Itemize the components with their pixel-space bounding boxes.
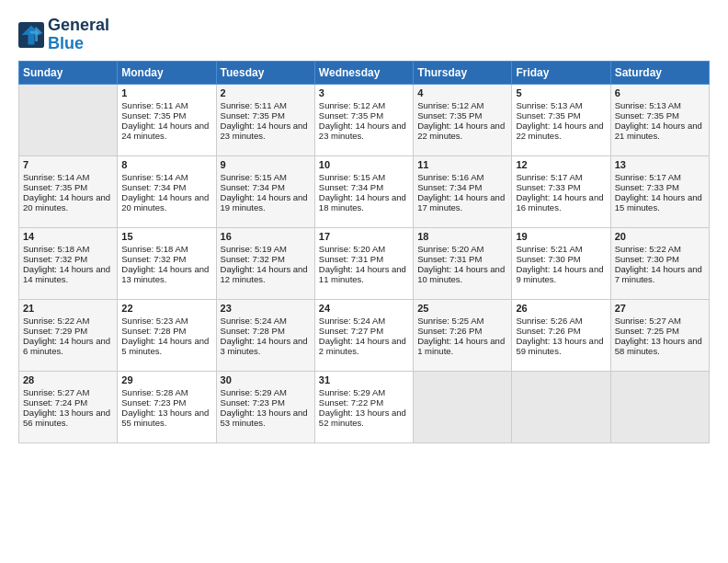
day-info: Daylight: 13 hours and 58 minutes. <box>615 336 705 356</box>
header: General Blue <box>18 17 710 53</box>
day-cell: 7Sunrise: 5:14 AMSunset: 7:35 PMDaylight… <box>19 155 118 227</box>
day-number: 24 <box>319 303 409 314</box>
day-cell: 12Sunrise: 5:17 AMSunset: 7:33 PMDayligh… <box>512 155 610 227</box>
day-cell: 24Sunrise: 5:24 AMSunset: 7:27 PMDayligh… <box>314 299 413 371</box>
day-info: Daylight: 14 hours and 3 minutes. <box>221 336 311 356</box>
day-cell: 11Sunrise: 5:16 AMSunset: 7:34 PMDayligh… <box>414 155 512 227</box>
day-number: 3 <box>319 87 409 98</box>
day-info: Sunset: 7:31 PM <box>417 254 507 264</box>
day-info: Sunrise: 5:24 AM <box>221 316 311 326</box>
day-info: Sunset: 7:35 PM <box>121 110 211 121</box>
logo-icon <box>18 22 44 48</box>
day-info: Daylight: 14 hours and 17 minutes. <box>417 192 507 213</box>
day-cell: 4Sunrise: 5:12 AMSunset: 7:35 PMDaylight… <box>414 84 512 155</box>
week-row-2: 7Sunrise: 5:14 AMSunset: 7:35 PMDaylight… <box>19 155 710 227</box>
day-number: 21 <box>23 303 113 314</box>
day-cell: 21Sunrise: 5:22 AMSunset: 7:29 PMDayligh… <box>19 299 118 371</box>
day-info: Daylight: 14 hours and 22 minutes. <box>516 121 606 141</box>
day-number: 5 <box>516 87 606 98</box>
day-info: Daylight: 14 hours and 22 minutes. <box>417 121 507 141</box>
day-header-thursday: Thursday <box>414 61 512 84</box>
day-info: Sunset: 7:26 PM <box>516 326 606 336</box>
day-cell: 14Sunrise: 5:18 AMSunset: 7:32 PMDayligh… <box>19 227 118 299</box>
week-row-4: 21Sunrise: 5:22 AMSunset: 7:29 PMDayligh… <box>19 299 710 371</box>
day-info: Daylight: 13 hours and 53 minutes. <box>221 408 311 428</box>
day-info: Sunset: 7:32 PM <box>221 254 311 264</box>
day-number: 6 <box>615 87 705 98</box>
day-info: Daylight: 14 hours and 7 minutes. <box>615 264 705 284</box>
day-cell: 19Sunrise: 5:21 AMSunset: 7:30 PMDayligh… <box>512 227 610 299</box>
day-header-sunday: Sunday <box>19 61 118 84</box>
day-info: Sunrise: 5:17 AM <box>615 172 705 182</box>
day-cell: 8Sunrise: 5:14 AMSunset: 7:34 PMDaylight… <box>118 155 216 227</box>
day-number: 26 <box>516 303 606 314</box>
day-info: Sunrise: 5:16 AM <box>417 172 507 182</box>
day-info: Daylight: 14 hours and 20 minutes. <box>121 192 211 213</box>
day-info: Sunrise: 5:21 AM <box>516 244 606 254</box>
day-info: Sunrise: 5:12 AM <box>417 100 507 110</box>
day-header-monday: Monday <box>118 61 216 84</box>
day-cell <box>19 84 118 155</box>
day-info: Sunset: 7:33 PM <box>516 182 606 192</box>
day-info: Sunrise: 5:24 AM <box>319 316 409 326</box>
day-info: Sunset: 7:33 PM <box>615 182 705 192</box>
day-info: Sunrise: 5:14 AM <box>121 172 211 182</box>
day-info: Sunrise: 5:18 AM <box>23 244 113 254</box>
day-info: Daylight: 14 hours and 19 minutes. <box>221 192 311 213</box>
day-info: Sunset: 7:30 PM <box>516 254 606 264</box>
day-cell: 17Sunrise: 5:20 AMSunset: 7:31 PMDayligh… <box>314 227 413 299</box>
day-info: Sunrise: 5:15 AM <box>319 172 409 182</box>
day-info: Sunset: 7:35 PM <box>221 110 311 121</box>
calendar-table: SundayMondayTuesdayWednesdayThursdayFrid… <box>18 61 710 443</box>
day-number: 23 <box>221 303 311 314</box>
day-info: Daylight: 14 hours and 11 minutes. <box>319 264 409 284</box>
day-cell: 6Sunrise: 5:13 AMSunset: 7:35 PMDaylight… <box>610 84 709 155</box>
day-info: Sunrise: 5:29 AM <box>319 387 409 397</box>
day-cell: 5Sunrise: 5:13 AMSunset: 7:35 PMDaylight… <box>512 84 610 155</box>
day-info: Sunrise: 5:13 AM <box>615 100 705 110</box>
day-info: Sunset: 7:31 PM <box>319 254 409 264</box>
day-cell: 15Sunrise: 5:18 AMSunset: 7:32 PMDayligh… <box>118 227 216 299</box>
day-info: Sunset: 7:34 PM <box>121 182 211 192</box>
day-header-tuesday: Tuesday <box>216 61 314 84</box>
day-number: 2 <box>221 87 311 98</box>
day-info: Sunset: 7:34 PM <box>221 182 311 192</box>
day-info: Sunset: 7:23 PM <box>121 397 211 408</box>
day-info: Sunrise: 5:15 AM <box>221 172 311 182</box>
day-cell: 16Sunrise: 5:19 AMSunset: 7:32 PMDayligh… <box>216 227 314 299</box>
day-cell: 18Sunrise: 5:20 AMSunset: 7:31 PMDayligh… <box>414 227 512 299</box>
day-number: 16 <box>221 231 311 242</box>
day-info: Sunrise: 5:22 AM <box>615 244 705 254</box>
day-info: Sunset: 7:35 PM <box>615 110 705 121</box>
day-info: Sunrise: 5:17 AM <box>516 172 606 182</box>
day-info: Daylight: 13 hours and 59 minutes. <box>516 336 606 356</box>
day-info: Sunset: 7:32 PM <box>121 254 211 264</box>
day-info: Sunset: 7:28 PM <box>121 326 211 336</box>
day-info: Sunset: 7:28 PM <box>221 326 311 336</box>
day-number: 19 <box>516 231 606 242</box>
day-cell: 2Sunrise: 5:11 AMSunset: 7:35 PMDaylight… <box>216 84 314 155</box>
day-info: Daylight: 14 hours and 16 minutes. <box>516 192 606 213</box>
day-number: 27 <box>615 303 705 314</box>
day-info: Daylight: 14 hours and 23 minutes. <box>319 121 409 141</box>
day-info: Sunrise: 5:14 AM <box>23 172 113 182</box>
week-row-3: 14Sunrise: 5:18 AMSunset: 7:32 PMDayligh… <box>19 227 710 299</box>
day-number: 14 <box>23 231 113 242</box>
day-number: 9 <box>221 159 311 170</box>
day-info: Daylight: 14 hours and 23 minutes. <box>221 121 311 141</box>
logo: General Blue <box>18 17 109 53</box>
day-info: Daylight: 14 hours and 6 minutes. <box>23 336 113 356</box>
day-info: Sunset: 7:23 PM <box>221 397 311 408</box>
day-number: 13 <box>615 159 705 170</box>
day-info: Daylight: 14 hours and 24 minutes. <box>121 121 211 141</box>
day-info: Sunrise: 5:18 AM <box>121 244 211 254</box>
day-cell <box>414 371 512 442</box>
day-info: Sunrise: 5:22 AM <box>23 316 113 326</box>
day-info: Sunset: 7:27 PM <box>319 326 409 336</box>
day-info: Sunset: 7:22 PM <box>319 397 409 408</box>
day-info: Sunrise: 5:11 AM <box>221 100 311 110</box>
day-info: Daylight: 14 hours and 5 minutes. <box>121 336 211 356</box>
day-info: Sunset: 7:30 PM <box>615 254 705 264</box>
day-cell: 29Sunrise: 5:28 AMSunset: 7:23 PMDayligh… <box>118 371 216 442</box>
day-info: Daylight: 14 hours and 12 minutes. <box>221 264 311 284</box>
